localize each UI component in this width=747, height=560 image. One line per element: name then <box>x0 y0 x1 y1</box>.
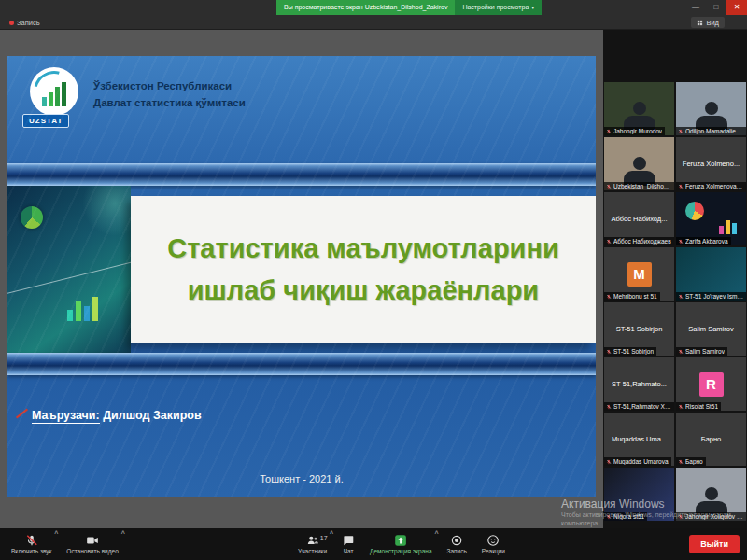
mic-off-icon <box>678 514 684 520</box>
chevron-up-icon[interactable]: ^ <box>330 530 333 537</box>
participant-tile[interactable]: Nigora st51 <box>604 468 674 521</box>
chevron-down-icon: ▾ <box>531 0 534 15</box>
mic-off-icon <box>606 349 612 355</box>
toolbar-button-label: Остановить видео <box>66 548 118 554</box>
participant-tile[interactable]: Feruza Xolmeno...Feruza Xolmenova ST... <box>676 137 746 190</box>
mic-off-icon <box>606 404 612 410</box>
recording-indicator: Запись <box>9 15 40 30</box>
participants-count-badge: 17 <box>320 535 328 541</box>
presentation-slide: UZSTAT Ўзбекистон Республикаси Давлат ст… <box>7 56 596 497</box>
participant-name-label: Uzbekistan_Dilshod_Zaki... <box>604 182 674 190</box>
mic-off-icon <box>606 184 612 189</box>
participant-tile[interactable]: Jahongir Xoliqulov ST-52 <box>676 468 746 521</box>
participant-tile[interactable]: Zarifa Akbarova <box>676 192 746 245</box>
participant-tile[interactable]: RRisolat St51 <box>676 357 746 411</box>
reactions-icon <box>486 534 500 547</box>
viewing-screen-banner: Вы просматриваете экран Uzbekistan_Dilsh… <box>276 0 542 15</box>
chat-icon <box>342 534 355 547</box>
participants-icon: 17 <box>306 534 319 547</box>
artwork-pie-chart <box>21 206 43 229</box>
view-button[interactable]: Вид <box>691 17 725 28</box>
share-screen-icon <box>394 534 407 547</box>
close-button[interactable]: ✕ <box>726 0 747 15</box>
toolbar-button-mic-off[interactable]: ^Включить звук <box>4 528 59 560</box>
artwork-bar-chart <box>67 297 98 321</box>
chevron-up-icon[interactable]: ^ <box>121 530 125 537</box>
presenter-line: Маърузачи: Дилшод Закиров <box>32 409 202 422</box>
participant-tile[interactable]: БарноБарно <box>676 413 746 466</box>
view-button-label: Вид <box>706 19 719 27</box>
toolbar-button-participants[interactable]: 17^Участники <box>290 528 334 560</box>
chevron-up-icon[interactable]: ^ <box>434 530 438 537</box>
toolbar-button-reactions[interactable]: Реакции <box>474 528 513 560</box>
toolbar-button-label: Запись <box>447 548 467 554</box>
participants-grid: Jahongir MurodovOdiljon Mamadaliev...Uzb… <box>604 82 746 521</box>
leave-meeting-button[interactable]: Выйти <box>689 535 740 553</box>
mic-off-icon <box>606 514 612 520</box>
toolbar-button-label: Участники <box>298 548 327 554</box>
participant-name-label: ST-51 Sobirjon <box>604 347 656 356</box>
window-controls: — □ ✕ <box>685 0 747 15</box>
mic-off-icon <box>606 294 612 300</box>
toolbar-button-chat[interactable]: Чат <box>334 528 362 560</box>
participant-name-label: ST-51 Jo'rayev Ismoil... <box>676 292 746 301</box>
slide-title-banner: Статистика маълумотларини ишлаб чиқиш жа… <box>131 196 596 343</box>
participant-tile[interactable]: Odiljon Mamadaliev... <box>676 82 746 135</box>
annotation-stroke <box>16 409 28 419</box>
slide-title-line-2: ишлаб чиқиш жараёнлари <box>188 275 539 306</box>
participant-name-label: Risolat St51 <box>676 402 721 411</box>
recording-label: Запись <box>17 19 40 27</box>
participant-tile[interactable]: Salim SamirovSalim Samirov <box>676 302 746 356</box>
decor-stripe-bottom <box>7 353 596 375</box>
chart-thumbnail-pie <box>685 202 704 220</box>
toolbar-button-record[interactable]: Запись <box>440 528 474 560</box>
slide-artwork <box>7 186 131 353</box>
participant-tile[interactable]: Jahongir Murodov <box>604 82 674 135</box>
mic-off-icon <box>678 129 684 134</box>
view-options-label: Настройки просмотра <box>462 0 529 15</box>
toolbar-button-share-screen[interactable]: ^Демонстрация экрана <box>362 528 439 560</box>
meeting-toolbar: ^Включить звук^Остановить видео 17^Участ… <box>0 528 747 560</box>
mic-off-icon <box>25 534 38 547</box>
participant-tile[interactable]: ST-51 Jo'rayev Ismoil... <box>676 247 746 301</box>
participant-tile[interactable]: ST-51,Rahmato...ST-51,Rahmatov Xidir <box>604 357 674 411</box>
mic-off-icon <box>678 459 684 465</box>
view-options-button[interactable]: Настройки просмотра ▾ <box>455 0 542 15</box>
logo-bars-icon <box>42 82 66 106</box>
slide-footer: Тошкент - 2021 й. <box>7 473 596 484</box>
participant-name-label: Muqaddas Umarova <box>604 457 671 466</box>
camera-icon <box>86 534 99 547</box>
shared-screen-area: UZSTAT Ўзбекистон Республикаси Давлат ст… <box>0 30 603 528</box>
participant-tile[interactable]: Uzbekistan_Dilshod_Zaki... <box>604 137 674 190</box>
participant-avatar: M <box>627 262 652 287</box>
participant-name-label: Mehribonu st 51 <box>604 292 660 301</box>
zoom-window: Вы просматриваете экран Uzbekistan_Dilsh… <box>0 0 747 560</box>
mic-off-icon <box>606 129 612 134</box>
mic-off-icon <box>678 404 684 410</box>
mic-off-icon <box>678 294 684 300</box>
participant-name-label: Odiljon Mamadaliev... <box>676 127 746 135</box>
participant-avatar: R <box>699 372 724 397</box>
organization-title: Ўзбекистон Республикаси Давлат статистик… <box>93 78 246 112</box>
participant-name-label: Jahongir Xoliqulov ST-52 <box>676 512 746 521</box>
participant-name-label: Feruza Xolmenova ST... <box>676 182 746 190</box>
participant-tile[interactable]: ST-51 SobirjonST-51 Sobirjon <box>604 302 674 356</box>
participant-name-label: Jahongir Murodov <box>604 127 665 135</box>
participant-name-label: Nigora st51 <box>604 512 647 521</box>
uzstat-logo-text: UZSTAT <box>22 114 69 128</box>
participant-name-label: Zarifa Akbarova <box>676 237 731 245</box>
maximize-button[interactable]: □ <box>706 0 726 15</box>
participant-tile[interactable]: Аббос Набиход...Аббос Набиходжаев <box>604 192 674 245</box>
chevron-up-icon[interactable]: ^ <box>54 530 58 537</box>
slide-title-line-1: Статистика маълумотларини <box>167 233 559 264</box>
artwork-glow <box>82 186 131 236</box>
record-dot-icon <box>9 21 14 25</box>
participants-sidebar: Jahongir MurodovOdiljon Mamadaliev...Uzb… <box>603 30 747 528</box>
toolbar-left-group: ^Включить звук^Остановить видео <box>4 528 126 560</box>
participant-tile[interactable]: Muqaddas Uma...Muqaddas Umarova <box>604 413 674 466</box>
participant-tile[interactable]: MMehribonu st 51 <box>604 247 674 301</box>
toolbar-button-camera[interactable]: ^Остановить видео <box>59 528 125 560</box>
minimize-button[interactable]: — <box>685 0 706 15</box>
participant-name-label: Salim Samirov <box>676 347 727 356</box>
participant-name-label: Аббос Набиходжаев <box>604 237 674 245</box>
